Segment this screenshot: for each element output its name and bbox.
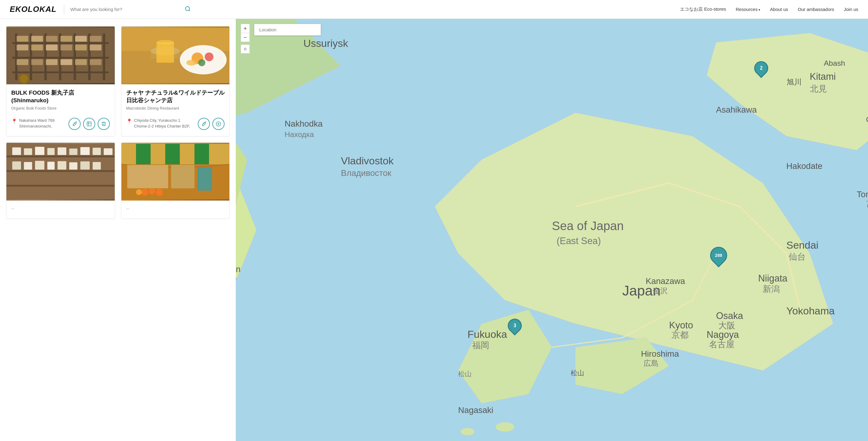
svg-rect-48	[6, 156, 115, 158]
store-card-body-4: ...	[121, 201, 230, 218]
search-button[interactable]	[183, 5, 192, 14]
svg-rect-54	[48, 148, 55, 155]
svg-rect-15	[46, 36, 58, 42]
svg-rect-63	[48, 162, 55, 170]
map-marker-288[interactable]: 288	[710, 247, 727, 264]
svg-text:Hakodate: Hakodate	[786, 161, 823, 171]
nav-eco-stores[interactable]: エコなお店 Eco-stores	[680, 6, 726, 12]
feature-icon-leaf-chaya	[198, 118, 210, 130]
svg-rect-17	[75, 36, 87, 42]
feature-icon-grain	[212, 118, 224, 130]
svg-rect-18	[90, 36, 101, 42]
svg-rect-25	[17, 59, 28, 65]
store-image-4-svg	[121, 143, 230, 201]
svg-text:Obihiro: Obihiro	[866, 115, 868, 123]
svg-rect-78	[171, 165, 194, 188]
svg-rect-49	[6, 171, 115, 172]
svg-rect-50	[6, 185, 115, 187]
svg-text:Sea of Japan: Sea of Japan	[552, 219, 624, 233]
store-category-bulk-foods: Organic Bulk Foods Store	[11, 106, 110, 111]
svg-point-43	[198, 59, 205, 66]
svg-rect-45	[156, 42, 174, 63]
svg-text:Fukuoka: Fukuoka	[468, 328, 507, 340]
nav-join-us[interactable]: Join us	[844, 7, 858, 12]
locate-me-button[interactable]: ⊙	[241, 45, 250, 54]
store-card-bulk-foods[interactable]: BULK FOODS 新丸子店 (Shinmaruko) Organic Bul…	[6, 26, 115, 136]
store-feature-icons-chaya	[198, 118, 224, 130]
store-card-chaya[interactable]: チャヤ ナチュラル&ワイルドテーブル 日比谷シャンテ店 Macrobiotic …	[121, 26, 230, 136]
svg-text:울산: 울산	[236, 275, 237, 283]
search-wrapper	[70, 5, 192, 14]
svg-text:Osaka: Osaka	[716, 311, 743, 321]
marker-count-2: 2	[760, 65, 763, 71]
search-icon	[185, 6, 191, 12]
svg-text:Sendai: Sendai	[786, 239, 819, 251]
search-input[interactable]	[70, 7, 181, 12]
svg-text:Yokohama: Yokohama	[786, 305, 835, 317]
pin-icon: 📍	[11, 118, 17, 124]
pin-icon-chaya: 📍	[126, 118, 132, 124]
svg-text:旭川: 旭川	[786, 78, 802, 86]
svg-rect-65	[69, 163, 78, 170]
svg-rect-73	[165, 144, 180, 164]
marker-bubble-3: 3	[505, 316, 525, 335]
svg-rect-60	[12, 161, 21, 170]
svg-rect-72	[151, 144, 165, 164]
map-controls: + − ⊙	[241, 24, 250, 54]
svg-text:Tomakomai: Tomakomai	[857, 189, 868, 199]
store-image-3-svg	[6, 143, 115, 201]
svg-rect-66	[80, 161, 90, 170]
svg-rect-51	[12, 148, 21, 155]
svg-text:Nagasaki: Nagasaki	[458, 405, 494, 415]
svg-text:広島: 広島	[644, 359, 659, 368]
svg-rect-26	[31, 59, 43, 65]
header-divider	[64, 5, 64, 14]
svg-rect-16	[61, 36, 72, 42]
store-footer-bulk-foods: 📍 Nakahara Ward 769 Shinmarukomachi,	[11, 118, 110, 130]
location-search-input[interactable]	[254, 24, 321, 36]
store-card-body-chaya: チャヤ ナチュラル&ワイルドテーブル 日比谷シャンテ店 Macrobiotic …	[121, 84, 230, 136]
svg-text:Kyoto: Kyoto	[669, 320, 693, 330]
svg-text:松山: 松山	[571, 369, 584, 377]
store-image-3	[6, 143, 115, 201]
map-marker-2[interactable]: 2	[754, 61, 768, 75]
svg-rect-52	[24, 149, 32, 155]
svg-text:Vladivostok: Vladivostok	[341, 155, 394, 167]
svg-rect-21	[46, 45, 58, 50]
store-card-3[interactable]: ...	[6, 142, 115, 219]
left-panel: BULK FOODS 新丸子店 (Shinmaruko) Organic Bul…	[0, 19, 236, 441]
svg-rect-76	[209, 144, 229, 164]
svg-rect-74	[180, 144, 194, 164]
nav-resources[interactable]: Resources	[736, 7, 760, 12]
nav-about-us[interactable]: About us	[770, 7, 788, 12]
svg-point-83	[136, 189, 142, 195]
grain-icon	[216, 121, 221, 127]
nav-ambassadors[interactable]: Our ambassadors	[798, 7, 834, 12]
svg-rect-29	[75, 59, 87, 65]
zoom-in-button[interactable]: +	[241, 24, 250, 33]
store-footer-chaya: 📍 Chiyoda City, Yurakucho 1 Chome-2-2 Hi…	[126, 118, 225, 130]
store-address-bulk-foods: 📍 Nakahara Ward 769 Shinmarukomachi,	[11, 118, 65, 129]
zoom-out-button[interactable]: −	[241, 33, 250, 42]
svg-point-80	[141, 189, 148, 196]
marker-bubble-288: 288	[707, 243, 731, 267]
svg-rect-10	[12, 42, 108, 44]
package-icon	[86, 121, 92, 127]
store-card-4[interactable]: ...	[121, 142, 230, 219]
store-image-bulk-foods	[6, 27, 115, 84]
svg-rect-61	[24, 162, 32, 170]
svg-point-85	[496, 422, 515, 432]
svg-text:(East Sea): (East Sea)	[556, 236, 601, 246]
svg-text:福岡: 福岡	[472, 341, 489, 350]
site-logo: EKOLOKAL	[10, 5, 57, 14]
svg-point-86	[460, 428, 474, 436]
svg-text:苫小牧: 苫小牧	[866, 200, 868, 208]
svg-rect-28	[61, 59, 72, 65]
map-marker-3[interactable]: 3	[508, 319, 522, 333]
svg-text:名古屋: 名古屋	[709, 340, 735, 349]
svg-point-81	[149, 188, 155, 195]
svg-rect-12	[12, 71, 108, 74]
svg-point-32	[20, 75, 28, 83]
svg-rect-57	[80, 147, 90, 155]
store-feature-icons-bulk-foods	[68, 118, 110, 130]
